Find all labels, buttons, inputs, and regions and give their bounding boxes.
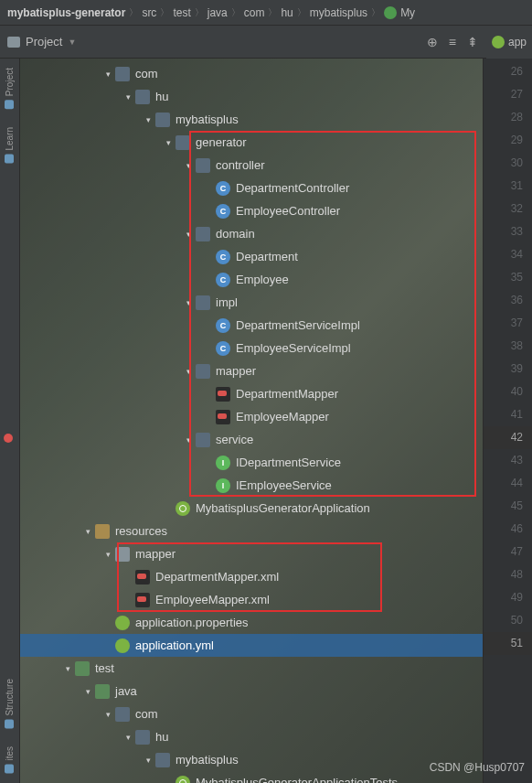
tree-label: mapper bbox=[135, 547, 176, 561]
line-number[interactable]: 34 bbox=[484, 243, 532, 266]
tree-node[interactable]: ▸MybatisplusGeneratorApplication bbox=[20, 497, 483, 520]
line-number[interactable]: 50 bbox=[484, 609, 532, 632]
chevron-icon[interactable]: ▾ bbox=[181, 435, 196, 445]
tree-node[interactable]: ▾java bbox=[20, 680, 483, 703]
tree-node[interactable]: ▸EmployeeMapper bbox=[20, 405, 483, 428]
tree-node[interactable]: ▸IIDepartmentService bbox=[20, 451, 483, 474]
project-view-selector[interactable]: Project ▼ bbox=[7, 35, 76, 48]
chevron-icon[interactable]: ▾ bbox=[181, 230, 196, 239]
tab-structure[interactable]: Structure bbox=[2, 670, 17, 738]
chevron-icon[interactable]: ▾ bbox=[101, 550, 115, 559]
breakpoint-icon[interactable] bbox=[4, 434, 13, 443]
tree-node[interactable]: ▸CDepartment bbox=[20, 245, 483, 268]
tree-node[interactable]: ▾service bbox=[20, 428, 483, 451]
line-number[interactable]: 27 bbox=[484, 83, 532, 106]
chevron-icon[interactable]: ▾ bbox=[141, 756, 155, 765]
tree-node[interactable]: ▸CDepartmentController bbox=[20, 177, 483, 199]
tree-node[interactable]: ▾impl bbox=[20, 291, 483, 314]
tree-node[interactable]: ▸MybatisplusGeneratorApplicationTests bbox=[20, 771, 483, 783]
chevron-icon[interactable]: ▾ bbox=[181, 367, 196, 376]
line-number[interactable]: 33 bbox=[484, 220, 532, 243]
breadcrumb-item[interactable]: java bbox=[207, 6, 228, 19]
chevron-icon[interactable]: ▾ bbox=[80, 527, 95, 536]
tree-node[interactable]: ▸CDepartmentServiceImpl bbox=[20, 314, 483, 337]
tree-node[interactable]: ▾mybatisplus bbox=[20, 108, 483, 131]
breadcrumb-item[interactable]: mybatisplus-generator bbox=[7, 6, 125, 19]
tree-node[interactable]: ▾mapper bbox=[20, 542, 483, 565]
breadcrumb-item[interactable]: My bbox=[384, 6, 415, 19]
chevron-icon[interactable]: ▾ bbox=[121, 733, 135, 742]
chevron-icon[interactable]: ▾ bbox=[161, 138, 176, 147]
tree-node[interactable]: ▸CEmployeeController bbox=[20, 199, 483, 222]
collapse-icon[interactable]: ⇞ bbox=[467, 35, 478, 49]
project-tree-panel: ▾com▾hu▾mybatisplus▾generator▾controller… bbox=[20, 59, 483, 783]
line-number[interactable]: 38 bbox=[484, 335, 532, 358]
chevron-icon[interactable]: ▾ bbox=[101, 70, 115, 79]
tree-node[interactable]: ▾mybatisplus bbox=[20, 748, 483, 771]
line-number[interactable]: 36 bbox=[484, 289, 532, 312]
pkg-icon bbox=[176, 135, 190, 150]
line-number[interactable]: 49 bbox=[484, 586, 532, 609]
chevron-icon[interactable]: ▾ bbox=[60, 664, 75, 673]
tree-node[interactable]: ▾mapper bbox=[20, 359, 483, 382]
line-number[interactable]: 51 bbox=[484, 632, 532, 655]
expand-icon[interactable]: ≡ bbox=[449, 35, 456, 49]
line-number[interactable]: 30 bbox=[484, 152, 532, 175]
tree-node[interactable]: ▾controller bbox=[20, 154, 483, 177]
line-number[interactable]: 37 bbox=[484, 312, 532, 335]
tree-node[interactable]: ▸application.properties bbox=[20, 611, 483, 634]
class-icon: C bbox=[216, 181, 230, 196]
editor-tab[interactable]: app bbox=[486, 26, 532, 59]
breadcrumb-item[interactable]: src bbox=[142, 6, 156, 19]
line-number[interactable]: 40 bbox=[484, 381, 532, 403]
chevron-icon[interactable]: ▾ bbox=[80, 687, 95, 696]
tab-favorites[interactable]: ites bbox=[2, 737, 17, 783]
tree-node[interactable]: ▸EmployeeMapper.xml bbox=[20, 588, 483, 611]
line-number[interactable]: 31 bbox=[484, 175, 532, 198]
breadcrumb-item[interactable]: mybatisplus bbox=[310, 6, 367, 19]
tree-node[interactable]: ▾domain bbox=[20, 222, 483, 245]
chevron-icon[interactable]: ▾ bbox=[121, 92, 135, 102]
line-number[interactable]: 48 bbox=[484, 563, 532, 586]
tree-node[interactable]: ▾test bbox=[20, 657, 483, 680]
breadcrumb-item[interactable]: hu bbox=[281, 6, 293, 19]
tree-node[interactable]: ▸DepartmentMapper.xml bbox=[20, 565, 483, 588]
chevron-icon[interactable]: ▾ bbox=[141, 115, 155, 124]
tree-node[interactable]: ▸application.yml bbox=[20, 634, 483, 657]
line-number[interactable]: 29 bbox=[484, 129, 532, 152]
tree-node[interactable]: ▾generator bbox=[20, 131, 483, 154]
tree-node[interactable]: ▾resources bbox=[20, 520, 483, 542]
line-number[interactable]: 35 bbox=[484, 266, 532, 289]
tree-node[interactable]: ▸DepartmentMapper bbox=[20, 382, 483, 405]
line-number[interactable]: 42 bbox=[484, 426, 532, 449]
breadcrumb-item[interactable]: com bbox=[244, 6, 265, 19]
line-number[interactable]: 32 bbox=[484, 198, 532, 220]
target-icon[interactable]: ⊕ bbox=[427, 35, 438, 49]
line-number[interactable]: 46 bbox=[484, 518, 532, 541]
project-toolbar: Project ▼ ⊕ ≡ ⇞ ⚙ — bbox=[0, 26, 532, 59]
tree-label: mybatisplus bbox=[176, 753, 239, 767]
breadcrumb-item[interactable]: test bbox=[173, 6, 190, 19]
line-number[interactable]: 47 bbox=[484, 541, 532, 563]
line-number[interactable]: 44 bbox=[484, 472, 532, 495]
line-number[interactable]: 39 bbox=[484, 358, 532, 381]
tab-learn[interactable]: Learn bbox=[2, 118, 17, 173]
line-number[interactable]: 45 bbox=[484, 495, 532, 518]
tree-node[interactable]: ▾com bbox=[20, 62, 483, 85]
tree-node[interactable]: ▸IIEmployeeService bbox=[20, 474, 483, 497]
tree-node[interactable]: ▾com bbox=[20, 703, 483, 725]
line-number[interactable]: 26 bbox=[484, 60, 532, 83]
tree-node[interactable]: ▸CEmployee bbox=[20, 268, 483, 291]
tree-node[interactable]: ▸CEmployeeServiceImpl bbox=[20, 337, 483, 359]
tree-node[interactable]: ▾hu bbox=[20, 725, 483, 748]
tree-label: Department bbox=[236, 250, 298, 263]
chevron-icon[interactable]: ▾ bbox=[181, 298, 196, 307]
line-number[interactable]: 43 bbox=[484, 449, 532, 472]
line-number[interactable]: 28 bbox=[484, 106, 532, 129]
tree-node[interactable]: ▾hu bbox=[20, 85, 483, 108]
line-number[interactable]: 41 bbox=[484, 403, 532, 426]
chevron-icon[interactable]: ▾ bbox=[181, 161, 196, 170]
tab-project[interactable]: Project bbox=[2, 59, 17, 118]
chevron-icon[interactable]: ▾ bbox=[101, 710, 115, 719]
editor-tab-label: app bbox=[508, 36, 527, 48]
